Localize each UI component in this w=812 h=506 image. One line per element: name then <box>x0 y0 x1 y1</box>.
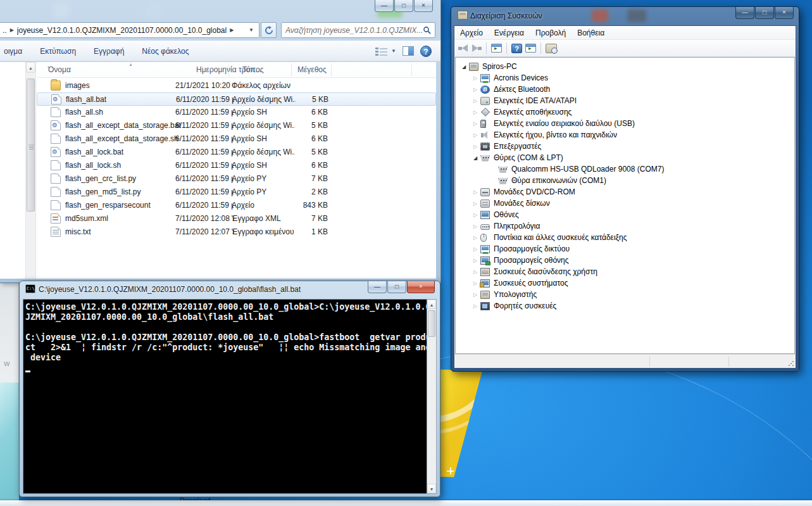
tree-expander-icon[interactable]: ▷ <box>472 121 479 127</box>
menu-help[interactable]: Βοήθεια <box>572 28 610 37</box>
device-tree-item[interactable]: ▷ B Δέκτες Bluetooth <box>456 84 794 95</box>
minimize-button[interactable]: — <box>368 281 387 293</box>
tree-expander-icon[interactable]: ▷ <box>472 75 479 81</box>
device-tree-item[interactable]: Qualcomm HS-USB QDLoader 9008 (COM7) <box>456 163 794 175</box>
file-row[interactable]: images 21/1/2021 10:20 πμ Φάκελος αρχείω… <box>37 79 436 92</box>
back-button[interactable] <box>458 44 468 52</box>
breadcrumb[interactable]: joyeuse_V12.0.1.0.QJZMIXM_20201107.0000.… <box>17 26 227 35</box>
close-button[interactable]: × <box>407 281 435 293</box>
tree-expander-icon[interactable]: ▷ <box>472 144 479 149</box>
breadcrumb-prefix[interactable]: .. <box>3 26 7 35</box>
minimize-button[interactable]: — <box>735 7 754 19</box>
device-tree-item[interactable]: ▷ Φορητές συσκευές <box>456 300 794 312</box>
file-row[interactable]: md5sum.xml 7/11/2020 12:08 πμ Έγγραφο XM… <box>37 212 436 225</box>
tree-expander-icon[interactable]: ▷ <box>472 303 479 309</box>
tree-expander-icon[interactable]: ▷ <box>472 212 479 218</box>
device-tree-item[interactable]: ▷ Συσκευές συστήματος <box>456 277 794 289</box>
file-row[interactable]: flash_all.sh 6/11/2020 11:59 μμ Αρχείο S… <box>37 106 436 119</box>
resize-grip[interactable] <box>788 360 794 367</box>
file-row[interactable]: flash_all_lock.bat 6/11/2020 11:59 μμ Αρ… <box>37 146 436 159</box>
device-tree-item[interactable]: ▷ Acronis Devices <box>456 72 794 84</box>
device-tree-item[interactable]: ▷ Μονάδες δίσκων <box>456 198 794 209</box>
tree-expander-icon[interactable]: ▷ <box>472 281 479 286</box>
change-view-button[interactable]: ▼ <box>375 46 396 56</box>
device-tree-item[interactable]: Θύρα επικοινωνιών (COM1) <box>456 175 794 186</box>
file-row[interactable]: misc.txt 7/11/2020 12:07 πμ Έγγραφο κειμ… <box>37 225 436 239</box>
device-tree-item[interactable]: ▷ Ελεγκτές αποθήκευσης <box>456 106 794 118</box>
tree-expander-icon[interactable]: ▷ <box>472 189 479 195</box>
file-row[interactable]: flash_all.bat 6/11/2020 11:59 μμ Αρχείο … <box>37 92 436 106</box>
cmd-titlebar[interactable]: C:\_ C:\joyeuse_V12.0.1.0.QJZMIXM_202011… <box>20 281 440 298</box>
device-tree-item[interactable]: ▷ Ποντίκια και άλλες συσκευές κατάδειξης <box>456 232 794 243</box>
tree-expander-icon[interactable]: ◢ <box>460 64 468 70</box>
device-tree-item[interactable]: ▷ Πληκτρολόγια <box>456 220 794 232</box>
scroll-down-icon[interactable]: ▼ <box>427 484 436 493</box>
tree-expander-icon[interactable]: ▷ <box>472 258 479 263</box>
minimize-button[interactable]: — <box>375 0 394 12</box>
tree-expander-icon[interactable]: ◢ <box>472 155 479 161</box>
refresh-button[interactable] <box>261 22 277 38</box>
column-header-size[interactable]: Μέγεθος <box>297 65 327 74</box>
file-row[interactable]: flash_all_except_data_storage.bat 6/11/2… <box>37 119 436 132</box>
maximize-button[interactable]: □ <box>755 7 774 19</box>
device-tree-item[interactable]: ▷ Ελεγκτές ενιαίου σειριακού διαύλου (US… <box>456 118 794 129</box>
menu-view[interactable]: Προβολή <box>530 28 572 37</box>
taskbar[interactable] <box>0 500 812 506</box>
menu-action[interactable]: Ενέργεια <box>489 28 530 37</box>
tree-expander-icon[interactable]: ▷ <box>472 110 479 115</box>
device-tree-item[interactable]: ▷ Προσαρμογείς οθόνης <box>456 255 794 266</box>
nav-pane-scrollbar[interactable]: ▲ <box>25 62 36 279</box>
explorer-titlebar[interactable]: — □ × <box>0 0 440 22</box>
tree-expander-icon[interactable]: ▷ <box>472 235 479 241</box>
preview-pane-button[interactable] <box>403 46 414 56</box>
scrollbar-thumb[interactable] <box>27 79 35 212</box>
search-input[interactable]: Αναζήτηση joyeuse_V12.0.1.0.QJZMIX... <box>281 22 435 38</box>
tree-expander-icon[interactable]: ▷ <box>472 87 479 92</box>
device-tree-item[interactable]: ▷ Υπολογιστής <box>456 289 794 300</box>
console-output[interactable]: C:\joyeuse_V12.0.1.0.QJZMIXM_20201107.00… <box>23 299 428 494</box>
scroll-up-icon[interactable]: ▲ <box>427 300 436 309</box>
toolbar-open-button[interactable]: οιγμα <box>0 47 31 56</box>
scan-hardware-changes-button[interactable] <box>546 44 557 53</box>
device-tree-item[interactable]: ▷ Ελεγκτές ήχου, βίντεο και παιχνιδιών <box>456 129 794 141</box>
tree-expander-icon[interactable]: ▷ <box>472 269 479 275</box>
device-tree-item[interactable]: ◢ Spiros-PC <box>456 61 794 72</box>
scrollbar-thumb[interactable] <box>428 310 435 337</box>
menu-file[interactable]: Αρχείο <box>454 28 489 37</box>
maximize-button[interactable]: □ <box>387 281 406 293</box>
column-header-type[interactable]: Τύπος <box>242 65 263 74</box>
address-dropdown-icon[interactable]: ▼ <box>246 27 256 33</box>
device-tree-item[interactable]: ▷ Συσκευές διασύνδεσης χρήστη <box>456 266 794 277</box>
console-scrollbar[interactable]: ▲ ▼ <box>427 299 437 494</box>
scroll-up-icon[interactable]: ▲ <box>26 62 35 73</box>
toolbar-new-folder-button[interactable]: Νέος φάκελος <box>133 47 197 56</box>
file-row[interactable]: flash_all_lock.sh 6/11/2020 11:59 μμ Αρχ… <box>37 159 436 172</box>
tree-expander-icon[interactable]: ▷ <box>472 224 479 229</box>
forward-button[interactable] <box>472 44 482 52</box>
column-header-name[interactable]: Όνομα <box>48 65 71 74</box>
breadcrumb-arrow-icon[interactable]: ▶ <box>230 27 234 33</box>
file-row[interactable]: flash_gen_resparsecount 6/11/2020 11:59 … <box>37 199 436 212</box>
device-tree-item[interactable]: ▷ Οθόνες <box>456 209 794 220</box>
toolbar-print-button[interactable]: Εκτύπωση <box>31 47 85 56</box>
device-tree-item[interactable]: ▷ Προσαρμογείς δικτύου <box>456 243 794 255</box>
help-button[interactable]: ? <box>511 44 522 53</box>
file-row[interactable]: flash_gen_md5_list.py 6/11/2020 11:59 μμ… <box>37 186 436 199</box>
show-console-tree-button[interactable] <box>491 44 502 53</box>
device-tree-item[interactable]: ▷ Επεξεργαστές <box>456 141 794 152</box>
toolbar-burn-button[interactable]: Εγγραφή <box>85 47 133 56</box>
address-bar[interactable]: .. ▶ joyeuse_V12.0.1.0.QJZMIXM_20201107.… <box>0 22 259 38</box>
tree-expander-icon[interactable]: ▷ <box>472 292 479 298</box>
device-tree-item[interactable]: ▷ Μονάδες DVD/CD-ROM <box>456 186 794 198</box>
file-row[interactable]: flash_gen_crc_list.py 6/11/2020 11:59 μμ… <box>37 172 436 186</box>
maximize-button[interactable]: □ <box>394 0 413 12</box>
device-manager-titlebar[interactable]: Διαχείριση Συσκευών — □ × <box>451 7 799 25</box>
tree-expander-icon[interactable]: ▷ <box>472 98 479 104</box>
close-button[interactable]: × <box>414 0 433 12</box>
search-icon[interactable] <box>423 26 431 34</box>
action-pane-button[interactable] <box>525 44 536 53</box>
device-tree-item[interactable]: ◢ Θύρες (COM & LPT) <box>456 152 794 163</box>
tree-expander-icon[interactable]: ▷ <box>472 201 479 206</box>
close-button[interactable]: × <box>775 7 794 19</box>
help-button[interactable]: ? <box>420 46 432 57</box>
